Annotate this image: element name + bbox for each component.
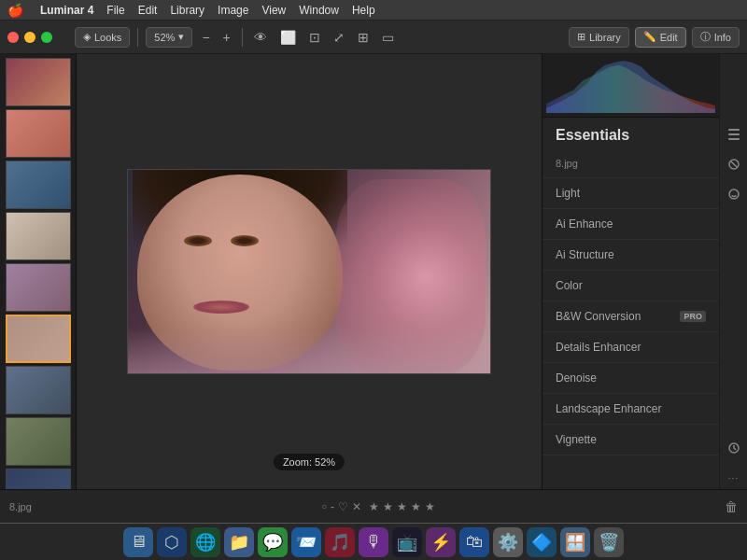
star-4[interactable]: ★ [411, 500, 421, 513]
window-controls [7, 32, 52, 43]
panel-item-color[interactable]: Color [543, 271, 719, 301]
bottom-bar: 8.jpg ○ - ♡ ✕ ★ ★ ★ ★ ★ 🗑 [0, 489, 747, 523]
menu-help[interactable]: Help [352, 4, 375, 17]
filmstrip-thumb-3[interactable] [6, 161, 71, 209]
crop-button[interactable]: ⊡ [305, 27, 324, 48]
pro-badge: PRO [680, 311, 706, 322]
dock-luminar[interactable]: 🔷 [527, 527, 557, 557]
panel-item-bw[interactable]: B&W Conversion PRO [543, 301, 719, 332]
filmstrip-thumb-4[interactable] [6, 212, 71, 260]
star-3[interactable]: ★ [397, 500, 407, 513]
more-icon-button[interactable]: ··· [723, 467, 745, 489]
dock-mail[interactable]: 📨 [291, 527, 321, 557]
library-icon: ⊞ [577, 31, 585, 43]
dock-system[interactable]: ⚙️ [493, 527, 523, 557]
filmstrip-thumb-6[interactable] [6, 315, 71, 363]
right-panel-wrapper: Essentials 8.jpg Light Ai Enhance Ai Str… [542, 54, 747, 489]
separator-icon: - [331, 500, 334, 513]
menu-library[interactable]: Library [170, 4, 204, 17]
panel-item-vignette[interactable]: Vignette [543, 425, 719, 455]
filmstrip-thumb-7[interactable] [6, 366, 71, 414]
panel-item-ai-enhance[interactable]: Ai Enhance [543, 209, 719, 240]
svg-rect-3 [728, 133, 740, 135]
dock-appstore[interactable]: 🛍 [459, 527, 489, 557]
svg-point-7 [729, 189, 739, 199]
menu-image[interactable]: Image [218, 4, 248, 17]
dock-window[interactable]: 🪟 [560, 527, 590, 557]
x-icon: ✕ [352, 500, 361, 513]
portrait-blur [128, 327, 490, 373]
info-tab-button[interactable]: ⓘ Info [692, 27, 740, 48]
dock-trash[interactable]: 🗑️ [594, 527, 624, 557]
dock-podcast[interactable]: 🎙 [359, 527, 388, 557]
zoom-in-button[interactable]: + [219, 27, 234, 48]
dock-safari[interactable]: 🌐 [190, 527, 220, 557]
zoom-button[interactable]: 52% ▾ [146, 27, 192, 48]
filmstrip-thumb-5[interactable] [6, 263, 71, 312]
looks-button[interactable]: ◈ Looks [75, 27, 130, 48]
filmstrip [0, 54, 77, 489]
star-2[interactable]: ★ [383, 500, 393, 513]
right-panel: Essentials 8.jpg Light Ai Enhance Ai Str… [542, 54, 719, 489]
apple-logo-icon[interactable]: 🍎 [7, 3, 23, 18]
compare-button[interactable]: ⬜ [276, 27, 300, 48]
bottom-left: 8.jpg [9, 501, 32, 512]
heart-icon: ♡ [338, 500, 348, 513]
window-maximize-button[interactable] [41, 32, 52, 43]
eye-left [184, 235, 212, 246]
edit-tab-button[interactable]: ✏️ Edit [635, 27, 686, 48]
right-icon-rail: ··· [719, 54, 747, 489]
zoom-indicator: Zoom: 52% [274, 454, 345, 470]
dock-messages[interactable]: 💬 [258, 527, 288, 557]
menu-edit[interactable]: Edit [138, 4, 158, 17]
app-name: Luminar 4 [40, 4, 93, 17]
window-minimize-button[interactable] [24, 32, 35, 43]
dock-shortcuts[interactable]: ⚡ [426, 527, 456, 557]
histogram-area [543, 54, 719, 118]
panel-item-landscape[interactable]: Landscape Enhancer [543, 394, 719, 425]
layers-icon-button[interactable] [723, 123, 745, 146]
svg-marker-1 [546, 61, 715, 113]
canvas-image [127, 169, 491, 374]
panel-item-details[interactable]: Details Enhancer [543, 332, 719, 363]
toolbar: ◈ Looks 52% ▾ − + 👁 ⬜ ⊡ ⤢ ⊞ ▭ ⊞ Library … [0, 21, 747, 54]
mask-icon-button[interactable] [723, 153, 745, 175]
menu-view[interactable]: View [261, 4, 286, 17]
transform-button[interactable]: ⤢ [330, 27, 348, 48]
dock-files[interactable]: 📁 [224, 527, 254, 557]
menu-window[interactable]: Window [299, 4, 339, 17]
zoom-out-button[interactable]: − [198, 27, 213, 48]
dock-tv[interactable]: 📺 [392, 527, 422, 557]
filmstrip-thumb-2[interactable] [6, 109, 71, 158]
panel-item-ai-structure[interactable]: Ai Structure [543, 240, 719, 271]
histogram-chart [546, 58, 715, 113]
grid-button[interactable]: ⊞ [354, 27, 373, 48]
filmstrip-thumb-8[interactable] [6, 417, 71, 466]
circle-icon: ○ [321, 501, 327, 511]
dock-music[interactable]: 🎵 [325, 527, 355, 557]
preview-button[interactable]: 👁 [250, 27, 271, 48]
eye-right [231, 235, 259, 246]
fit-button[interactable]: ▭ [378, 27, 398, 48]
filmstrip-thumb-1[interactable] [6, 58, 71, 106]
dock-launchpad[interactable]: ⬡ [157, 527, 187, 557]
trash-icon[interactable]: 🗑 [725, 499, 738, 514]
face-icon-button[interactable] [723, 183, 745, 205]
star-1[interactable]: ★ [369, 500, 379, 513]
dock-finder[interactable]: 🖥 [123, 527, 153, 557]
dock: 🖥 ⬡ 🌐 📁 💬 📨 🎵 🎙 📺 ⚡ 🛍 ⚙️ 🔷 🪟 🗑️ [0, 523, 747, 560]
filmstrip-thumb-9[interactable] [6, 469, 71, 489]
menu-file[interactable]: File [106, 4, 124, 17]
info-icon: ⓘ [700, 30, 711, 44]
svg-rect-4 [728, 138, 740, 140]
panel-item-light[interactable]: Light [543, 178, 719, 209]
library-tab-button[interactable]: ⊞ Library [569, 27, 629, 48]
panel-item-denoise[interactable]: Denoise [543, 363, 719, 394]
history-icon-button[interactable] [723, 437, 745, 459]
bottom-right: 🗑 [725, 499, 738, 514]
panel-item-file[interactable]: 8.jpg [543, 149, 719, 178]
panel-items-list: 8.jpg Light Ai Enhance Ai Structure Colo… [543, 149, 719, 489]
star-5[interactable]: ★ [425, 500, 435, 513]
window-close-button[interactable] [7, 32, 19, 43]
edit-icon: ✏️ [643, 31, 656, 43]
